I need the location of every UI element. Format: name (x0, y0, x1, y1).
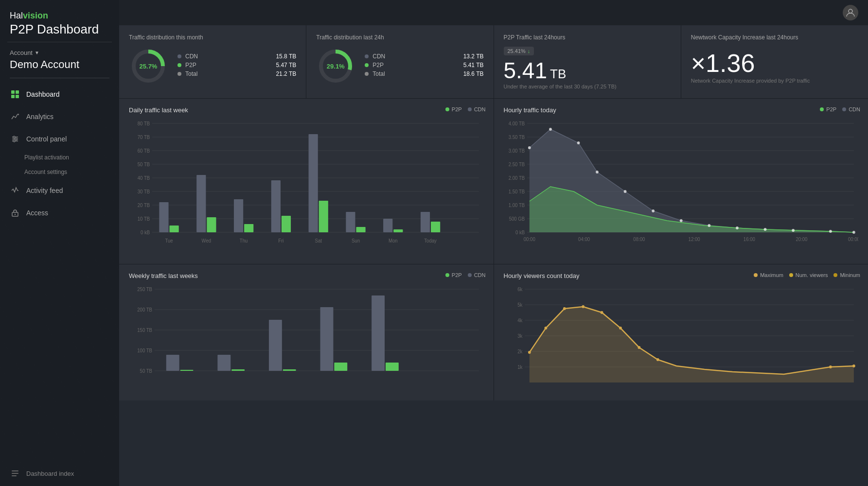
svg-text:6k: 6k (517, 287, 522, 292)
net-cap-card: Newtwork Capacity Increase last 24hours … (681, 25, 868, 98)
svg-point-85 (596, 171, 599, 174)
svg-rect-53 (431, 222, 440, 232)
hourly-viewers-chart-card: Hourly viewers count today Maximum Num. … (494, 264, 868, 400)
svg-rect-46 (309, 134, 318, 232)
legend-p2p-weekly: P2P (445, 272, 462, 278)
sidebar-bottom: Dashboard index (0, 461, 119, 486)
svg-point-136 (544, 327, 547, 330)
svg-rect-116 (269, 320, 282, 371)
svg-rect-115 (231, 369, 245, 371)
svg-point-143 (829, 365, 832, 368)
svg-rect-120 (372, 295, 385, 371)
svg-text:Sat: Sat (315, 238, 322, 243)
dashboard-icon (10, 89, 20, 100)
svg-rect-2 (11, 95, 15, 98)
svg-point-137 (563, 307, 566, 310)
svg-text:4.00 TB: 4.00 TB (508, 121, 525, 126)
sidebar: Halvision P2P Dashboard Account ▼ Demo A… (0, 0, 119, 486)
dashboard-index-icon (10, 468, 20, 479)
app-title: P2P Dashboard (10, 22, 109, 37)
daily-chart-legend: P2P CDN (445, 106, 486, 112)
analytics-label: Analytics (26, 113, 53, 121)
svg-rect-3 (16, 95, 19, 98)
middle-charts-row: Daily traffic last week P2P CDN (119, 99, 868, 264)
donut-2-label: 29.1% (327, 63, 345, 70)
sidebar-item-playlist-activation[interactable]: Playlist activation (0, 150, 119, 165)
svg-rect-112 (166, 355, 179, 371)
donut-chart-1: 25.7% (129, 47, 168, 86)
svg-point-82 (528, 146, 531, 149)
svg-text:00:00: 00:00 (523, 237, 535, 242)
svg-text:20:00: 20:00 (796, 237, 808, 242)
svg-point-93 (829, 230, 832, 233)
svg-text:1k: 1k (517, 364, 522, 370)
control-panel-icon (10, 134, 20, 144)
sidebar-item-activity-feed[interactable]: Activity feed (0, 179, 119, 202)
account-settings-label: Account settings (24, 169, 67, 175)
logo-vision: vision (23, 11, 48, 20)
sidebar-item-account-settings[interactable]: Account settings (0, 165, 119, 179)
svg-rect-40 (196, 175, 206, 232)
svg-rect-44 (271, 180, 281, 232)
svg-text:50 TB: 50 TB (140, 368, 153, 374)
traffic-last-24h-card: Traffic distribution last 24h 29.1% CDN (306, 25, 493, 98)
legend-max: Maximum (754, 272, 783, 278)
svg-rect-49 (356, 227, 365, 232)
svg-rect-12 (12, 470, 18, 471)
user-avatar[interactable] (843, 5, 858, 20)
legend-cdn-hourly: CDN (842, 106, 860, 112)
analytics-icon (10, 111, 20, 122)
svg-text:Tue: Tue (165, 238, 173, 243)
svg-text:60 TB: 60 TB (138, 148, 150, 154)
svg-text:4k: 4k (517, 318, 522, 323)
svg-rect-51 (393, 229, 403, 232)
svg-point-135 (528, 351, 531, 354)
svg-text:20 TB: 20 TB (138, 203, 150, 208)
svg-rect-42 (234, 199, 243, 232)
svg-point-89 (708, 224, 710, 227)
bottom-charts-row: Weekly traffic last weeks P2P CDN (119, 264, 868, 400)
weekly-chart-legend: P2P CDN (445, 272, 486, 278)
access-icon (10, 208, 20, 218)
svg-point-87 (652, 209, 655, 212)
svg-text:0 kB: 0 kB (141, 230, 150, 235)
legend-num-viewers: Num. viewers (789, 272, 828, 278)
svg-text:Today: Today (424, 238, 437, 243)
svg-rect-117 (283, 369, 296, 371)
svg-rect-50 (383, 219, 392, 232)
svg-text:12:00: 12:00 (688, 237, 700, 242)
account-dropdown[interactable]: Account ▼ (10, 49, 109, 56)
net-cap-title: Newtwork Capacity Increase last 24hours (691, 34, 858, 41)
svg-point-15 (849, 9, 852, 13)
activity-feed-label: Activity feed (26, 187, 63, 194)
sidebar-item-access[interactable]: Access (0, 202, 119, 224)
svg-rect-47 (319, 201, 328, 232)
svg-point-94 (852, 231, 855, 234)
hourly-viewers-legend: Maximum Num. viewers Mininum (754, 272, 860, 278)
sidebar-item-analytics[interactable]: Analytics (0, 105, 119, 128)
svg-text:3.00 TB: 3.00 TB (508, 148, 525, 154)
svg-rect-13 (12, 473, 18, 474)
traffic-this-month-card: Traffic distribution this month 25.7% CD… (119, 25, 306, 98)
svg-text:500 GB: 500 GB (509, 216, 525, 222)
net-cap-value: ×1.36 (691, 51, 858, 76)
donut-1-label: 25.7% (140, 63, 158, 70)
sidebar-item-control-panel[interactable]: Control panel (0, 128, 119, 150)
svg-rect-113 (180, 370, 194, 371)
sidebar-item-dashboard-index[interactable]: Dashboard index (10, 468, 109, 479)
svg-text:1.00 TB: 1.00 TB (508, 203, 525, 208)
svg-text:Mon: Mon (389, 238, 398, 243)
svg-rect-43 (244, 224, 253, 232)
svg-text:04:00: 04:00 (578, 237, 590, 242)
svg-text:1.50 TB: 1.50 TB (508, 189, 525, 194)
svg-rect-121 (386, 363, 399, 371)
dashboard-label: Dashboard (26, 90, 60, 98)
daily-bar-chart: 80 TB 70 TB 60 TB 50 TB 40 TB 30 TB 20 T… (129, 119, 484, 255)
sidebar-item-dashboard[interactable]: Dashboard (0, 83, 119, 105)
net-cap-sub: Network Capacity Increase provided by P2… (691, 78, 858, 84)
logo-hal: Halvision (10, 11, 48, 20)
svg-point-92 (792, 229, 795, 232)
svg-rect-48 (346, 212, 355, 232)
svg-point-11 (15, 214, 16, 215)
legend-cdn-weekly: CDN (468, 272, 486, 278)
